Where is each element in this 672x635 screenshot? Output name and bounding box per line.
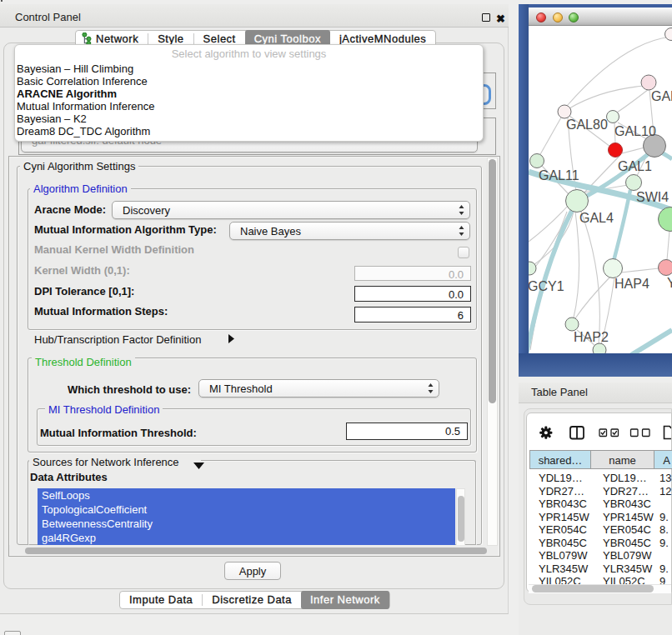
svg-text:YP: YP (667, 276, 672, 290)
svg-text:HAP4: HAP4 (614, 277, 649, 291)
svg-text:GAL4: GAL4 (579, 211, 614, 225)
svg-text:GAL10: GAL10 (614, 124, 656, 138)
svg-text:GAL11: GAL11 (539, 168, 579, 182)
svg-text:GCY1: GCY1 (529, 279, 564, 293)
svg-text:SWI4: SWI4 (636, 190, 669, 204)
svg-text:GAL1: GAL1 (618, 159, 652, 173)
svg-text:GAL2: GAL2 (651, 89, 672, 103)
svg-text:GAL80: GAL80 (566, 118, 608, 132)
svg-text:HAP2: HAP2 (574, 330, 609, 344)
